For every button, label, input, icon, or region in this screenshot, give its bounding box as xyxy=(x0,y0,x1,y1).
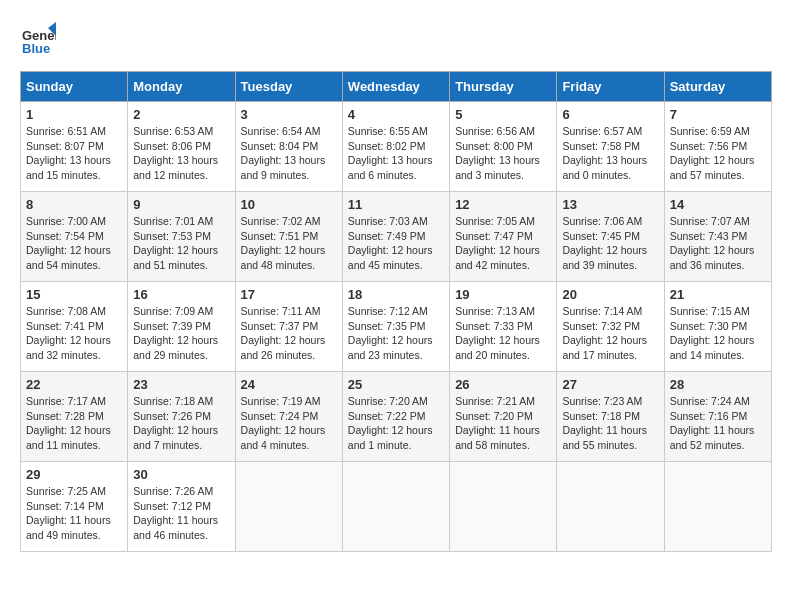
day-info: Sunrise: 6:57 AM Sunset: 7:58 PM Dayligh… xyxy=(562,124,658,183)
day-cell xyxy=(557,462,664,552)
header-tuesday: Tuesday xyxy=(235,72,342,102)
day-cell: 18Sunrise: 7:12 AM Sunset: 7:35 PM Dayli… xyxy=(342,282,449,372)
day-cell: 5Sunrise: 6:56 AM Sunset: 8:00 PM Daylig… xyxy=(450,102,557,192)
day-info: Sunrise: 7:19 AM Sunset: 7:24 PM Dayligh… xyxy=(241,394,337,453)
day-cell: 22Sunrise: 7:17 AM Sunset: 7:28 PM Dayli… xyxy=(21,372,128,462)
day-number: 24 xyxy=(241,377,337,392)
day-number: 9 xyxy=(133,197,229,212)
day-number: 27 xyxy=(562,377,658,392)
day-cell xyxy=(664,462,771,552)
day-number: 11 xyxy=(348,197,444,212)
day-number: 23 xyxy=(133,377,229,392)
day-cell: 19Sunrise: 7:13 AM Sunset: 7:33 PM Dayli… xyxy=(450,282,557,372)
page-header: General Blue xyxy=(20,20,772,56)
day-info: Sunrise: 7:24 AM Sunset: 7:16 PM Dayligh… xyxy=(670,394,766,453)
day-cell: 9Sunrise: 7:01 AM Sunset: 7:53 PM Daylig… xyxy=(128,192,235,282)
day-number: 22 xyxy=(26,377,122,392)
day-number: 1 xyxy=(26,107,122,122)
day-info: Sunrise: 7:11 AM Sunset: 7:37 PM Dayligh… xyxy=(241,304,337,363)
day-info: Sunrise: 7:01 AM Sunset: 7:53 PM Dayligh… xyxy=(133,214,229,273)
day-cell: 12Sunrise: 7:05 AM Sunset: 7:47 PM Dayli… xyxy=(450,192,557,282)
day-info: Sunrise: 6:53 AM Sunset: 8:06 PM Dayligh… xyxy=(133,124,229,183)
day-cell: 20Sunrise: 7:14 AM Sunset: 7:32 PM Dayli… xyxy=(557,282,664,372)
day-number: 3 xyxy=(241,107,337,122)
day-cell: 27Sunrise: 7:23 AM Sunset: 7:18 PM Dayli… xyxy=(557,372,664,462)
header-thursday: Thursday xyxy=(450,72,557,102)
day-info: Sunrise: 6:54 AM Sunset: 8:04 PM Dayligh… xyxy=(241,124,337,183)
day-info: Sunrise: 7:02 AM Sunset: 7:51 PM Dayligh… xyxy=(241,214,337,273)
day-number: 15 xyxy=(26,287,122,302)
day-info: Sunrise: 6:51 AM Sunset: 8:07 PM Dayligh… xyxy=(26,124,122,183)
day-cell: 7Sunrise: 6:59 AM Sunset: 7:56 PM Daylig… xyxy=(664,102,771,192)
day-cell: 17Sunrise: 7:11 AM Sunset: 7:37 PM Dayli… xyxy=(235,282,342,372)
svg-text:Blue: Blue xyxy=(22,41,50,56)
day-number: 28 xyxy=(670,377,766,392)
day-number: 7 xyxy=(670,107,766,122)
day-info: Sunrise: 7:18 AM Sunset: 7:26 PM Dayligh… xyxy=(133,394,229,453)
day-cell: 29Sunrise: 7:25 AM Sunset: 7:14 PM Dayli… xyxy=(21,462,128,552)
day-cell: 14Sunrise: 7:07 AM Sunset: 7:43 PM Dayli… xyxy=(664,192,771,282)
day-cell: 25Sunrise: 7:20 AM Sunset: 7:22 PM Dayli… xyxy=(342,372,449,462)
header-monday: Monday xyxy=(128,72,235,102)
day-info: Sunrise: 6:56 AM Sunset: 8:00 PM Dayligh… xyxy=(455,124,551,183)
day-cell: 21Sunrise: 7:15 AM Sunset: 7:30 PM Dayli… xyxy=(664,282,771,372)
day-number: 10 xyxy=(241,197,337,212)
day-info: Sunrise: 7:07 AM Sunset: 7:43 PM Dayligh… xyxy=(670,214,766,273)
day-number: 25 xyxy=(348,377,444,392)
day-cell: 10Sunrise: 7:02 AM Sunset: 7:51 PM Dayli… xyxy=(235,192,342,282)
day-info: Sunrise: 7:03 AM Sunset: 7:49 PM Dayligh… xyxy=(348,214,444,273)
day-info: Sunrise: 7:26 AM Sunset: 7:12 PM Dayligh… xyxy=(133,484,229,543)
day-info: Sunrise: 7:13 AM Sunset: 7:33 PM Dayligh… xyxy=(455,304,551,363)
day-cell: 8Sunrise: 7:00 AM Sunset: 7:54 PM Daylig… xyxy=(21,192,128,282)
day-info: Sunrise: 7:00 AM Sunset: 7:54 PM Dayligh… xyxy=(26,214,122,273)
week-row-5: 29Sunrise: 7:25 AM Sunset: 7:14 PM Dayli… xyxy=(21,462,772,552)
day-number: 13 xyxy=(562,197,658,212)
day-info: Sunrise: 7:15 AM Sunset: 7:30 PM Dayligh… xyxy=(670,304,766,363)
day-cell: 16Sunrise: 7:09 AM Sunset: 7:39 PM Dayli… xyxy=(128,282,235,372)
header-saturday: Saturday xyxy=(664,72,771,102)
day-cell: 26Sunrise: 7:21 AM Sunset: 7:20 PM Dayli… xyxy=(450,372,557,462)
day-number: 17 xyxy=(241,287,337,302)
day-number: 6 xyxy=(562,107,658,122)
day-info: Sunrise: 7:06 AM Sunset: 7:45 PM Dayligh… xyxy=(562,214,658,273)
day-info: Sunrise: 7:21 AM Sunset: 7:20 PM Dayligh… xyxy=(455,394,551,453)
day-cell: 24Sunrise: 7:19 AM Sunset: 7:24 PM Dayli… xyxy=(235,372,342,462)
day-info: Sunrise: 7:12 AM Sunset: 7:35 PM Dayligh… xyxy=(348,304,444,363)
day-cell: 6Sunrise: 6:57 AM Sunset: 7:58 PM Daylig… xyxy=(557,102,664,192)
day-info: Sunrise: 6:59 AM Sunset: 7:56 PM Dayligh… xyxy=(670,124,766,183)
day-number: 19 xyxy=(455,287,551,302)
day-info: Sunrise: 7:14 AM Sunset: 7:32 PM Dayligh… xyxy=(562,304,658,363)
day-cell: 15Sunrise: 7:08 AM Sunset: 7:41 PM Dayli… xyxy=(21,282,128,372)
day-cell: 23Sunrise: 7:18 AM Sunset: 7:26 PM Dayli… xyxy=(128,372,235,462)
day-info: Sunrise: 7:25 AM Sunset: 7:14 PM Dayligh… xyxy=(26,484,122,543)
day-number: 16 xyxy=(133,287,229,302)
calendar-header-row: SundayMondayTuesdayWednesdayThursdayFrid… xyxy=(21,72,772,102)
day-cell: 30Sunrise: 7:26 AM Sunset: 7:12 PM Dayli… xyxy=(128,462,235,552)
day-cell: 11Sunrise: 7:03 AM Sunset: 7:49 PM Dayli… xyxy=(342,192,449,282)
logo-icon: General Blue xyxy=(20,20,56,56)
day-cell: 1Sunrise: 6:51 AM Sunset: 8:07 PM Daylig… xyxy=(21,102,128,192)
day-cell xyxy=(342,462,449,552)
day-number: 8 xyxy=(26,197,122,212)
day-cell: 13Sunrise: 7:06 AM Sunset: 7:45 PM Dayli… xyxy=(557,192,664,282)
day-number: 30 xyxy=(133,467,229,482)
day-info: Sunrise: 6:55 AM Sunset: 8:02 PM Dayligh… xyxy=(348,124,444,183)
day-info: Sunrise: 7:05 AM Sunset: 7:47 PM Dayligh… xyxy=(455,214,551,273)
header-wednesday: Wednesday xyxy=(342,72,449,102)
day-number: 4 xyxy=(348,107,444,122)
day-number: 12 xyxy=(455,197,551,212)
day-number: 21 xyxy=(670,287,766,302)
calendar-body: 1Sunrise: 6:51 AM Sunset: 8:07 PM Daylig… xyxy=(21,102,772,552)
week-row-2: 8Sunrise: 7:00 AM Sunset: 7:54 PM Daylig… xyxy=(21,192,772,282)
week-row-1: 1Sunrise: 6:51 AM Sunset: 8:07 PM Daylig… xyxy=(21,102,772,192)
day-info: Sunrise: 7:23 AM Sunset: 7:18 PM Dayligh… xyxy=(562,394,658,453)
week-row-4: 22Sunrise: 7:17 AM Sunset: 7:28 PM Dayli… xyxy=(21,372,772,462)
day-number: 14 xyxy=(670,197,766,212)
day-info: Sunrise: 7:09 AM Sunset: 7:39 PM Dayligh… xyxy=(133,304,229,363)
calendar-table: SundayMondayTuesdayWednesdayThursdayFrid… xyxy=(20,71,772,552)
day-info: Sunrise: 7:17 AM Sunset: 7:28 PM Dayligh… xyxy=(26,394,122,453)
day-cell xyxy=(235,462,342,552)
day-cell xyxy=(450,462,557,552)
logo: General Blue xyxy=(20,20,56,56)
week-row-3: 15Sunrise: 7:08 AM Sunset: 7:41 PM Dayli… xyxy=(21,282,772,372)
